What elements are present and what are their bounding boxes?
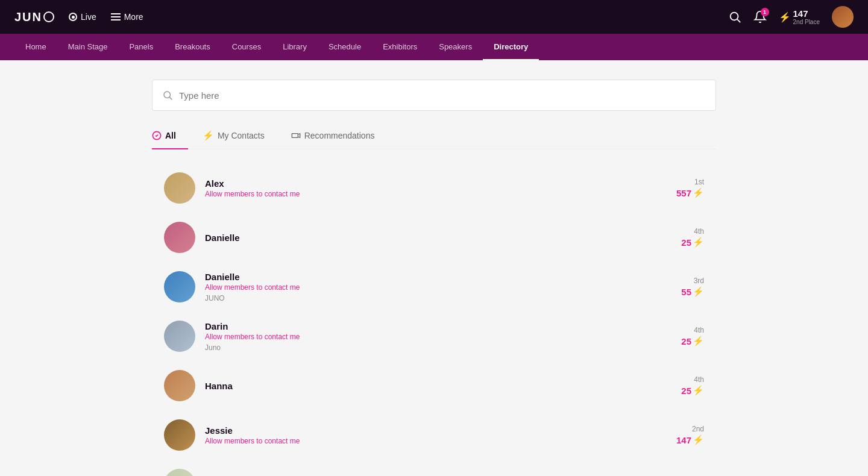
rank-points-value-danielle2: 55 bbox=[681, 287, 691, 297]
member-avatar-danielle1 bbox=[164, 222, 195, 253]
live-dot-icon bbox=[69, 13, 77, 21]
live-button[interactable]: Live bbox=[69, 12, 96, 22]
member-contact-darin: Allow members to contact me bbox=[205, 333, 671, 341]
tab-my-contacts-label: My Contacts bbox=[218, 131, 265, 140]
member-contact-jessie: Allow members to contact me bbox=[205, 437, 667, 445]
member-item-jessie[interactable]: Jessie Allow members to contact me 2nd 1… bbox=[152, 411, 716, 459]
member-item-hanna[interactable]: Hanna 4th 25 ⚡ bbox=[152, 362, 716, 410]
bolt-tab-icon: ⚡ bbox=[203, 130, 214, 141]
user-avatar[interactable] bbox=[832, 6, 854, 28]
rank-points-jessie: 147 ⚡ bbox=[676, 434, 704, 445]
bolt-rank-icon-alex: ⚡ bbox=[693, 187, 704, 198]
member-name-darin: Darin bbox=[205, 321, 671, 331]
member-name-danielle1: Danielle bbox=[205, 233, 671, 243]
member-item-alex[interactable]: Alex Allow members to contact me 1st 557… bbox=[152, 164, 716, 212]
nav-item-library[interactable]: Library bbox=[272, 34, 318, 60]
secondary-nav: Home Main Stage Panels Breakouts Courses… bbox=[0, 34, 868, 60]
member-info-jessie: Jessie Allow members to contact me bbox=[205, 425, 667, 445]
member-name-hanna: Hanna bbox=[205, 381, 671, 391]
search-icon bbox=[728, 10, 741, 23]
member-rank-darin: 4th 25 ⚡ bbox=[681, 326, 704, 346]
svg-point-0 bbox=[730, 13, 738, 20]
member-item-danielle1[interactable]: Danielle 4th 25 ⚡ bbox=[152, 213, 716, 261]
nav-item-directory[interactable]: Directory bbox=[483, 34, 539, 60]
bolt-icon: ⚡ bbox=[779, 11, 791, 23]
member-name-danielle2: Danielle bbox=[205, 272, 671, 282]
nav-item-home[interactable]: Home bbox=[14, 34, 57, 60]
rank-points-hanna: 25 ⚡ bbox=[681, 385, 704, 396]
logo-circle bbox=[43, 11, 54, 22]
bolt-rank-icon-darin: ⚡ bbox=[693, 336, 704, 346]
search-nav-button[interactable] bbox=[728, 10, 741, 23]
rank-place-danielle2: 3rd bbox=[694, 277, 704, 285]
member-item-danielle2[interactable]: Danielle Allow members to contact me JUN… bbox=[152, 263, 716, 311]
logo-text: JUN bbox=[14, 10, 42, 24]
points-info: 147 2nd Place bbox=[793, 8, 820, 25]
more-button[interactable]: More bbox=[111, 12, 143, 22]
member-rank-danielle2: 3rd 55 ⚡ bbox=[681, 277, 704, 297]
bolt-rank-icon-jessie: ⚡ bbox=[693, 434, 704, 445]
member-rank-alex: 1st 557 ⚡ bbox=[676, 178, 704, 198]
member-info-hanna: Hanna bbox=[205, 381, 671, 391]
nav-item-courses[interactable]: Courses bbox=[221, 34, 272, 60]
nav-item-panels[interactable]: Panels bbox=[118, 34, 164, 60]
bolt-rank-icon-danielle2: ⚡ bbox=[693, 286, 704, 297]
live-label: Live bbox=[81, 12, 96, 22]
member-item-darin[interactable]: Darin Allow members to contact me Juno 4… bbox=[152, 312, 716, 360]
svg-line-3 bbox=[169, 97, 172, 99]
member-info-darin: Darin Allow members to contact me Juno bbox=[205, 321, 671, 352]
rank-points-danielle1: 25 ⚡ bbox=[681, 237, 704, 248]
more-label: More bbox=[124, 12, 143, 22]
member-info-danielle2: Danielle Allow members to contact me JUN… bbox=[205, 272, 671, 302]
member-org-danielle2: JUNO bbox=[205, 294, 671, 302]
rank-points-value-hanna: 25 bbox=[681, 386, 691, 396]
notifications-button[interactable]: 1 bbox=[753, 10, 767, 23]
rank-place-alex: 1st bbox=[694, 178, 704, 186]
nav-item-breakouts[interactable]: Breakouts bbox=[164, 34, 221, 60]
tab-recommendations[interactable]: Recommendations bbox=[291, 125, 387, 149]
directory-list: Alex Allow members to contact me 1st 557… bbox=[152, 164, 716, 476]
member-contact-danielle2: Allow members to contact me bbox=[205, 283, 671, 292]
search-input[interactable] bbox=[179, 90, 706, 101]
points-display: ⚡ 147 2nd Place bbox=[779, 8, 820, 25]
rank-points-value-jessie: 147 bbox=[676, 435, 691, 445]
top-nav-right: 1 ⚡ 147 2nd Place bbox=[728, 6, 854, 28]
video-icon bbox=[291, 131, 301, 140]
member-avatar-last bbox=[164, 469, 195, 476]
tab-my-contacts[interactable]: ⚡ My Contacts bbox=[203, 125, 277, 149]
search-bar bbox=[152, 80, 716, 111]
member-name-alex: Alex bbox=[205, 178, 667, 189]
tab-all[interactable]: All bbox=[152, 125, 188, 149]
rank-points-danielle2: 55 ⚡ bbox=[681, 286, 704, 297]
member-contact-alex: Allow members to contact me bbox=[205, 190, 667, 198]
rank-points-value-darin: 25 bbox=[681, 336, 691, 346]
rank-points-alex: 557 ⚡ bbox=[676, 187, 704, 198]
member-rank-danielle1: 4th 25 ⚡ bbox=[681, 227, 704, 248]
nav-item-main-stage[interactable]: Main Stage bbox=[57, 34, 119, 60]
nav-item-schedule[interactable]: Schedule bbox=[318, 34, 372, 60]
nav-item-speakers[interactable]: Speakers bbox=[428, 34, 483, 60]
member-avatar-jessie bbox=[164, 419, 195, 451]
rank-points-value-danielle1: 25 bbox=[681, 237, 691, 248]
nav-item-exhibitors[interactable]: Exhibitors bbox=[372, 34, 428, 60]
logo: JUN bbox=[14, 10, 54, 24]
main-content: All ⚡ My Contacts Recommendations Alex A… bbox=[133, 60, 735, 476]
rank-place-hanna: 4th bbox=[694, 375, 704, 384]
member-item-last[interactable] bbox=[152, 460, 716, 476]
svg-point-2 bbox=[164, 92, 171, 98]
bolt-rank-icon-danielle1: ⚡ bbox=[693, 237, 704, 248]
directory-tabs: All ⚡ My Contacts Recommendations bbox=[152, 125, 716, 149]
member-info-alex: Alex Allow members to contact me bbox=[205, 178, 667, 198]
svg-line-1 bbox=[737, 19, 740, 22]
member-avatar-danielle2 bbox=[164, 271, 195, 302]
top-nav: JUN Live More 1 ⚡ 147 bbox=[0, 0, 868, 34]
member-avatar-darin bbox=[164, 321, 195, 352]
points-value: 147 bbox=[793, 8, 820, 19]
tab-all-label: All bbox=[165, 131, 176, 140]
rank-points-value-alex: 557 bbox=[676, 188, 691, 198]
notification-badge: 1 bbox=[761, 8, 769, 16]
member-org-darin: Juno bbox=[205, 343, 671, 352]
member-info-danielle1: Danielle bbox=[205, 233, 671, 243]
member-name-jessie: Jessie bbox=[205, 425, 667, 436]
member-rank-jessie: 2nd 147 ⚡ bbox=[676, 425, 704, 445]
